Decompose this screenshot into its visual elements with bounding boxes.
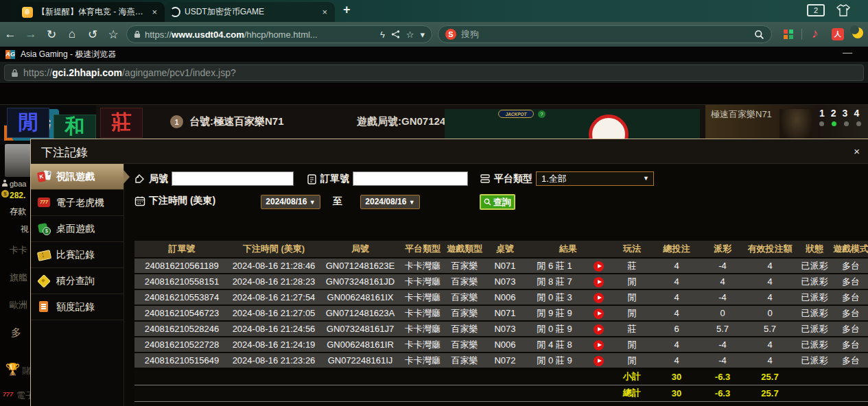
- bet-zone-banker[interactable]: 莊: [100, 108, 143, 138]
- sidebar-item-6[interactable]: 額度記錄: [31, 294, 124, 320]
- jackpot-badge: JACKPOT: [498, 110, 534, 118]
- play-cell: [585, 305, 612, 321]
- video-tab-label[interactable]: 視: [21, 224, 29, 235]
- pdf-tool-icon[interactable]: 人: [832, 28, 844, 40]
- history-icon[interactable]: ↺: [82, 27, 103, 42]
- play-video-icon[interactable]: [594, 293, 604, 303]
- channel-number[interactable]: 1: [819, 108, 825, 119]
- address-bar[interactable]: https://www.usdt04.com/hhcp/home.html...…: [126, 25, 432, 43]
- lobby-item[interactable]: 歐洲: [10, 299, 27, 311]
- sidebar-item-1[interactable]: 視訊遊戲: [31, 164, 124, 190]
- channel-number[interactable]: 4: [854, 108, 859, 119]
- deposit-link[interactable]: 存款: [10, 206, 26, 217]
- play-video-icon[interactable]: [594, 277, 604, 287]
- tab-count-badge[interactable]: 2: [807, 4, 825, 16]
- channel-numbers[interactable]: 1234: [819, 108, 859, 119]
- music-tool-icon[interactable]: ♪: [812, 26, 819, 41]
- reload-icon[interactable]: ↻: [41, 27, 62, 42]
- platform-type-select[interactable]: 1.全部 ▼: [536, 171, 654, 186]
- channel-number[interactable]: 3: [843, 108, 848, 119]
- table-row: 2408162105467232024-08-16 21:27:05GN0712…: [134, 305, 868, 321]
- payout-cell: 0: [701, 305, 744, 321]
- round-input[interactable]: [172, 171, 294, 186]
- theme-skin-icon[interactable]: [836, 3, 851, 17]
- total-bet-cell: 4: [652, 274, 701, 289]
- valid-bet-cell: 0: [744, 305, 796, 321]
- jackpot-help-icon[interactable]: ?: [538, 110, 546, 118]
- sidebar-item-2[interactable]: 電子老虎機: [31, 190, 124, 216]
- bet-records-table: 訂單號下注時間 (美東)局號平台類型遊戲類型桌號結果玩法總投注派彩有效投注額狀態…: [134, 241, 868, 402]
- channel-number[interactable]: 2: [831, 108, 836, 119]
- bookmark-star-icon[interactable]: ☆: [406, 29, 414, 40]
- close-icon[interactable]: ×: [854, 145, 860, 157]
- user-icon: [1, 180, 8, 187]
- date-to-picker[interactable]: 2024/08/16 ▼: [360, 195, 420, 209]
- username-label: gbaa: [10, 180, 26, 188]
- result-cell: 閒 6 莊 1: [524, 258, 585, 274]
- apps-grid-icon[interactable]: [784, 29, 793, 39]
- round-no-cell: GN006248161IR: [318, 337, 402, 353]
- grand-total-row-total-bet: 30: [652, 385, 701, 401]
- date-from-picker[interactable]: 2024/08/16 ▼: [261, 195, 320, 209]
- sidebar-item-label: 額度記錄: [56, 301, 95, 313]
- share-icon[interactable]: [391, 30, 400, 38]
- channel-dot: [856, 121, 861, 126]
- game-mode-cell: 多台: [833, 353, 868, 368]
- sidebar-item-5[interactable]: 積分查詢: [31, 268, 124, 294]
- table-row: 2408162105538742024-08-16 21:27:54GN0062…: [134, 289, 868, 305]
- betting-records-modal: 下注記錄 × 視訊遊戲電子老虎機桌面遊戲比賽記錄積分查詢額度記錄 局號 訂單號: [30, 139, 868, 406]
- search-box[interactable]: S 搜狗: [438, 25, 772, 43]
- play-video-icon[interactable]: [594, 340, 604, 350]
- new-tab-button[interactable]: +: [343, 3, 351, 17]
- play-video-icon[interactable]: [594, 324, 604, 335]
- video-table-label: 極速百家樂N71: [711, 108, 772, 121]
- lobby-item[interactable]: 卡卡: [10, 244, 27, 256]
- subtotal-row-label: 小計: [612, 368, 652, 385]
- sidebar-item-4[interactable]: 比賽記錄: [31, 242, 124, 268]
- browser-toolbar: ← → ↻ ⌂ ↺ ☆ https://www.usdt04.com/hhcp/…: [0, 22, 868, 47]
- night-mode-icon[interactable]: [852, 27, 865, 40]
- bolt-icon[interactable]: ϟ: [380, 29, 385, 40]
- back-icon[interactable]: ←: [0, 27, 21, 41]
- lobby-item[interactable]: 多: [11, 326, 21, 339]
- tab-close-icon[interactable]: ×: [150, 7, 159, 17]
- browser-tab-2-active[interactable]: USDT加密货币GAME ×: [165, 2, 335, 22]
- browser-tab-1[interactable]: 【新提醒】体育电竞 - 海燕策略 ×: [16, 2, 165, 22]
- sidebar-item-label: 比賽記錄: [56, 249, 95, 261]
- bet-time-cell: 2024-08-16 21:24:56: [229, 321, 318, 337]
- column-header: 桌號: [486, 241, 524, 258]
- modal-sidebar: 視訊遊戲電子老虎機桌面遊戲比賽記錄積分查詢額度記錄: [31, 164, 124, 406]
- status-cell: 已派彩: [796, 274, 833, 289]
- platform-cell: 卡卡灣廳: [402, 274, 443, 289]
- slots-label[interactable]: 電子: [16, 390, 32, 402]
- channel-dot: [819, 121, 824, 126]
- query-button[interactable]: 查詢: [480, 194, 515, 210]
- play-video-icon[interactable]: [594, 356, 604, 366]
- favorite-star-icon[interactable]: ☆: [103, 27, 124, 42]
- payout-cell: -4: [701, 353, 744, 368]
- app-minimize-icon[interactable]: —: [843, 47, 852, 58]
- lobby-item[interactable]: 旗艦: [10, 272, 27, 284]
- bet-zone-player[interactable]: 閒: [7, 108, 49, 138]
- status-cell: 已派彩: [796, 321, 833, 337]
- home-icon[interactable]: ⌂: [62, 27, 82, 41]
- platform-filter-label: 平台類型: [494, 173, 532, 185]
- column-header: 下注時間 (美東): [229, 241, 318, 258]
- order-input[interactable]: [353, 171, 468, 186]
- play-video-icon[interactable]: [594, 309, 604, 319]
- grand-total-row: 總計30-6.325.7: [134, 385, 868, 401]
- play-video-icon[interactable]: [594, 261, 604, 272]
- platform-cell: 卡卡灣廳: [402, 258, 443, 274]
- app-address-field[interactable]: https://gci.2hhapi.com/agingame/pcv1/ind…: [4, 64, 864, 81]
- platform-list-icon: [480, 174, 491, 184]
- forward-icon[interactable]: →: [21, 27, 41, 41]
- grand-total-row-payout: -6.3: [701, 385, 744, 401]
- game-mode-cell: 多台: [833, 305, 868, 321]
- bet-zone-tie[interactable]: 和: [54, 115, 96, 139]
- bet-time-label: 下注時間 (美東): [149, 195, 215, 207]
- tab-close-icon[interactable]: ×: [320, 7, 329, 17]
- chevron-down-icon[interactable]: ▾: [420, 29, 425, 40]
- search-icon[interactable]: [754, 29, 764, 40]
- toolbar-separator: [801, 29, 802, 40]
- sidebar-item-3[interactable]: 桌面遊戲: [31, 216, 124, 242]
